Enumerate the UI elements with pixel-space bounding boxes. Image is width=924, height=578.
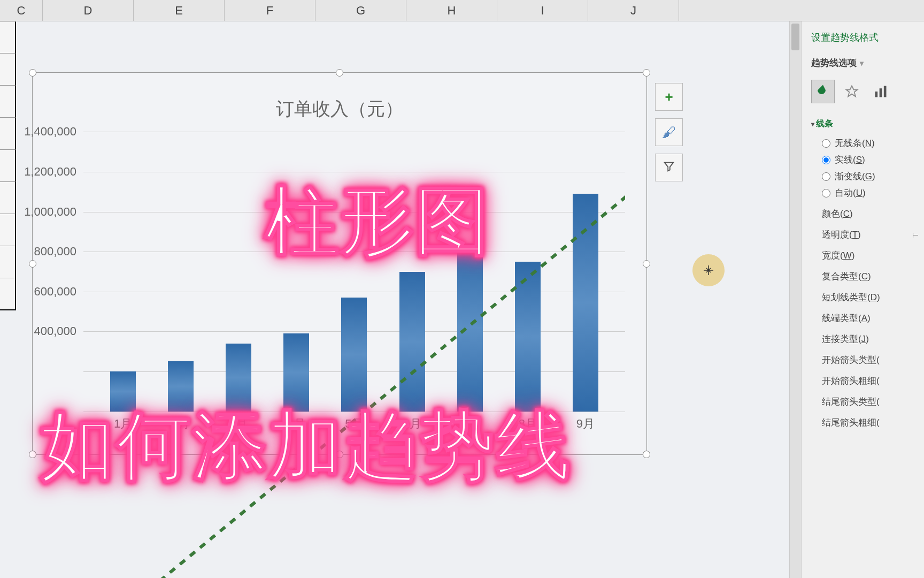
partial-cell-column <box>0 21 16 578</box>
trendline-options-dropdown[interactable]: 趋势线选项 <box>811 57 919 69</box>
x-tick-label: 8月 <box>519 416 537 432</box>
y-tick-label: 1,200,000 <box>24 165 76 179</box>
cursor-highlight <box>692 254 725 286</box>
y-tick-label: 400,000 <box>34 324 76 338</box>
x-tick-label: 7月 <box>461 416 479 432</box>
spreadsheet-area[interactable]: 订单收入（元） 1,400,000 1,200,000 1,000,000 80… <box>0 21 789 578</box>
gradient-line-radio[interactable]: 渐变线(G) <box>822 170 919 182</box>
chart-plot-area[interactable]: 1,400,000 1,200,000 1,000,000 800,000 60… <box>83 132 625 412</box>
column-header[interactable]: F <box>225 0 315 21</box>
transparency-property[interactable]: 透明度(T)⊢ <box>822 229 919 241</box>
y-axis: 1,400,000 1,200,000 1,000,000 800,000 60… <box>33 132 81 412</box>
y-tick-label: 800,000 <box>34 245 76 258</box>
bar-series[interactable]: 1月 2月 3月 4月 5月 6月 7月 8月 9月 <box>83 132 625 412</box>
solid-line-radio[interactable]: 实线(S) <box>822 154 919 166</box>
trendline-options-tab-icon[interactable] <box>869 80 892 103</box>
resize-handle[interactable] <box>336 451 343 458</box>
column-header[interactable]: I <box>497 0 588 21</box>
panel-title: 设置趋势线格式 <box>811 31 919 44</box>
resize-handle[interactable] <box>29 451 36 458</box>
dash-type-property[interactable]: 短划线类型(D) <box>822 291 919 303</box>
cap-type-property[interactable]: 线端类型(A) <box>822 312 919 324</box>
auto-line-radio[interactable]: 自动(U) <box>822 187 919 199</box>
no-line-radio[interactable]: 无线条(N) <box>822 137 919 149</box>
scrollbar-thumb[interactable] <box>791 24 799 50</box>
brush-icon: 🖌 <box>662 124 676 141</box>
resize-handle[interactable] <box>643 69 650 77</box>
fill-line-tab-icon[interactable] <box>811 80 835 103</box>
begin-arrow-type-property[interactable]: 开始箭头类型( <box>822 354 919 366</box>
y-tick-label: 1,000,000 <box>24 205 76 219</box>
column-header[interactable]: C <box>0 0 43 21</box>
begin-arrow-size-property[interactable]: 开始箭头粗细( <box>822 375 919 387</box>
svg-rect-4 <box>884 86 887 97</box>
format-trendline-panel: 设置趋势线格式 趋势线选项 线条 无线条(N) 实线(S) 渐变线(G) 自动(… <box>801 21 924 578</box>
x-tick-label: 2月 <box>172 416 190 432</box>
vertical-scrollbar[interactable] <box>789 21 801 578</box>
x-tick-label: 6月 <box>403 416 421 432</box>
resize-handle[interactable] <box>336 69 343 77</box>
effects-tab-icon[interactable] <box>840 80 864 103</box>
end-arrow-size-property[interactable]: 结尾箭头粗细( <box>822 416 919 429</box>
column-header-row: C D E F G H I J <box>0 0 924 21</box>
resize-handle[interactable] <box>643 260 650 268</box>
column-header[interactable]: H <box>406 0 497 21</box>
column-header[interactable]: J <box>588 0 679 21</box>
plus-icon: + <box>665 89 673 105</box>
y-tick-label: 1,400,000 <box>24 125 76 139</box>
x-tick-label: 9月 <box>576 416 595 432</box>
svg-rect-2 <box>875 92 878 97</box>
x-tick-label: 3月 <box>229 416 248 432</box>
color-property[interactable]: 颜色(C) <box>822 208 919 220</box>
resize-handle[interactable] <box>29 69 36 77</box>
compound-type-property[interactable]: 复合类型(C) <box>822 270 919 283</box>
end-arrow-type-property[interactable]: 结尾箭头类型( <box>822 396 919 408</box>
chart-add-element-button[interactable]: + <box>655 83 683 111</box>
x-tick-label: 1月 <box>114 416 132 432</box>
chart-title[interactable]: 订单收入（元） <box>33 73 646 130</box>
y-tick-label: 600,000 <box>34 285 76 299</box>
funnel-icon <box>663 159 675 176</box>
line-section-header[interactable]: 线条 <box>811 118 919 130</box>
chart-styles-button[interactable]: 🖌 <box>655 118 683 146</box>
svg-rect-3 <box>880 88 882 97</box>
column-header[interactable]: E <box>134 0 225 21</box>
column-header[interactable]: D <box>43 0 134 21</box>
chart-filter-button[interactable] <box>655 154 683 181</box>
chart-object[interactable]: 订单收入（元） 1,400,000 1,200,000 1,000,000 80… <box>32 72 647 455</box>
width-property[interactable]: 宽度(W) <box>822 249 919 262</box>
x-tick-label: 5月 <box>345 416 363 432</box>
resize-handle[interactable] <box>643 451 650 458</box>
join-type-property[interactable]: 连接类型(J) <box>822 333 919 345</box>
x-tick-label: 4月 <box>287 416 305 432</box>
column-header[interactable]: G <box>315 0 406 21</box>
